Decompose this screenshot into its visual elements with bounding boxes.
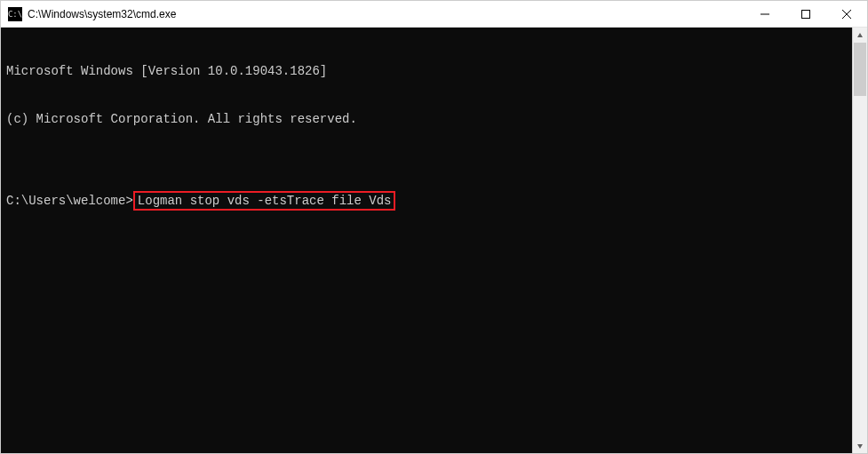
- window-title: C:\Windows\system32\cmd.exe: [28, 8, 745, 20]
- maximize-icon: [801, 10, 810, 19]
- console-command-highlighted: Logman stop vds -etsTrace file Vds: [133, 191, 396, 211]
- window-titlebar[interactable]: C:\ C:\Windows\system32\cmd.exe: [1, 1, 867, 28]
- console-output[interactable]: Microsoft Windows [Version 10.0.19043.18…: [1, 28, 852, 453]
- scrollbar-up-arrow-icon[interactable]: [853, 28, 867, 43]
- scrollbar-thumb[interactable]: [854, 43, 866, 96]
- console-prompt: C:\Users\welcome>: [6, 193, 133, 209]
- console-line-version: Microsoft Windows [Version 10.0.19043.18…: [6, 63, 847, 79]
- svg-rect-1: [802, 11, 810, 19]
- window-controls: [745, 1, 867, 27]
- console-wrapper: Microsoft Windows [Version 10.0.19043.18…: [1, 28, 867, 453]
- minimize-icon: [760, 10, 769, 19]
- console-line-copyright: (c) Microsoft Corporation. All rights re…: [6, 111, 847, 127]
- command-prompt-window: C:\ C:\Windows\system32\cmd.exe Microsof…: [0, 0, 868, 454]
- cmd-icon-label: C:\: [8, 10, 22, 19]
- scrollbar-down-arrow-icon[interactable]: [853, 438, 867, 453]
- svg-marker-5: [857, 444, 863, 449]
- console-prompt-line: C:\Users\welcome>Logman stop vds -etsTra…: [6, 191, 847, 211]
- vertical-scrollbar[interactable]: [852, 28, 867, 453]
- close-icon: [842, 10, 851, 19]
- close-button[interactable]: [826, 1, 867, 28]
- cmd-icon: C:\: [8, 7, 22, 21]
- svg-marker-4: [857, 33, 863, 37]
- maximize-button[interactable]: [785, 1, 826, 28]
- minimize-button[interactable]: [745, 1, 785, 28]
